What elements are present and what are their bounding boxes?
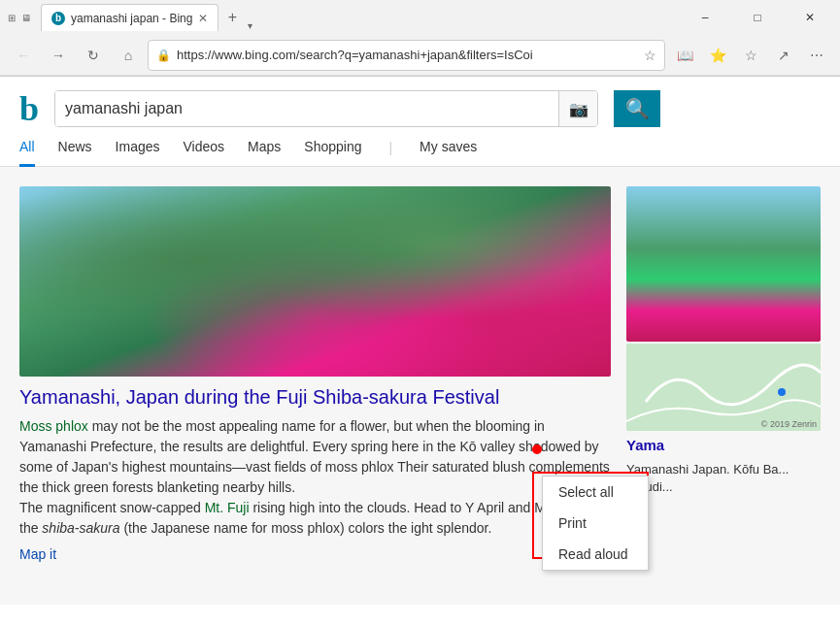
search-button[interactable]: 🔍 [614,90,660,127]
map-it-link[interactable]: Map it [19,546,56,562]
tab-maps[interactable]: Maps [248,129,281,167]
result-text-1: may not be the most appealing name for a… [92,418,476,434]
window-icon-stack: ⊞ [8,13,16,23]
lock-icon: 🔒 [156,49,171,62]
bing-logo: b [19,88,39,129]
result-image [19,186,611,377]
close-button[interactable]: ✕ [788,0,832,35]
tab-favicon [51,12,65,25]
minimize-button[interactable]: – [683,0,727,35]
address-actions: ☆ [644,48,656,63]
window-system-icons: ⊞ 🖥 [8,13,31,23]
result-text-6: ight splendor. [411,520,491,536]
new-tab-button[interactable]: + [218,4,246,31]
tab-my-saves[interactable]: My saves [420,129,477,167]
back-button[interactable]: ← [8,40,39,71]
tab-images[interactable]: Images [116,129,160,167]
tab-shopping[interactable]: Shopping [304,129,361,167]
share-button[interactable]: ↗ [768,40,799,71]
sidebar-map-caption: © 2019 Zenrin [761,419,817,429]
window-controls: – □ ✕ [683,0,832,35]
tab-divider: | [388,140,392,155]
tab-videos[interactable]: Videos [184,129,225,167]
result-text-2: The magnificent snow-capped [19,500,205,515]
nav-bar: ← → ↻ ⌂ 🔒 https://www.bing.com/search?q=… [0,35,840,76]
toolbar-buttons: 📖 ⭐ ☆ ↗ ⋯ [669,40,832,71]
sidebar-image [626,186,821,342]
context-read-aloud[interactable]: Read aloud [543,539,648,570]
camera-icon: 📷 [569,100,588,118]
sidebar-map: © 2019 Zenrin [626,344,821,431]
content-left: Yamanashi, Japan during the Fuji Shiba-s… [19,186,611,585]
active-tab[interactable]: yamanashi japan - Bing ✕ [41,4,218,31]
hub-button[interactable]: ☆ [735,40,766,71]
search-box-wrapper[interactable]: 📷 [54,90,598,127]
moss-phlox-link[interactable]: Moss phlox [19,418,88,434]
tab-close-button[interactable]: ✕ [198,12,208,25]
window-icon-monitor: 🖥 [21,13,31,23]
camera-search-button[interactable]: 📷 [558,91,597,126]
result-text-5: (the Japanese name for moss phlox) color… [123,520,407,536]
favorites-button[interactable]: ⭐ [702,40,733,71]
tab-title: yamanashi japan - Bing [71,12,192,25]
restore-button[interactable]: □ [735,0,780,35]
context-print[interactable]: Print [543,508,648,539]
title-bar: ⊞ 🖥 yamanashi japan - Bing ✕ + ▾ – □ ✕ [0,0,840,35]
context-menu: Select all Print Read aloud [542,476,649,571]
browser-chrome: ⊞ 🖥 yamanashi japan - Bing ✕ + ▾ – □ ✕ ←… [0,0,840,77]
sidebar-text: Yamanashi Japan. Kōfu Ba... includi... [626,461,821,496]
result-text-3: rising high into the clouds. Head to Y [252,500,474,515]
svg-point-1 [778,388,786,396]
tab-all[interactable]: All [19,129,35,167]
context-select-all[interactable]: Select all [543,477,648,508]
sidebar-title[interactable]: Yama [626,437,821,453]
result-image-overlay [19,186,611,377]
tab-dropdown-button[interactable]: ▾ [248,20,252,31]
home-button[interactable]: ⌂ [113,40,144,71]
address-text: https://www.bing.com/search?q=yamanashi+… [177,48,638,62]
bookmark-icon[interactable]: ☆ [644,48,656,63]
svg-rect-0 [626,344,821,431]
content-right: © 2019 Zenrin Yama Yamanashi Japan. Kōfu… [626,186,821,585]
result-text-shiba: shiba-sakura [42,520,119,536]
settings-button[interactable]: ⋯ [801,40,832,71]
forward-button[interactable]: → [43,40,74,71]
mt-fuji-link[interactable]: Mt. Fuji [205,500,250,515]
search-input[interactable] [55,91,558,126]
tab-news[interactable]: News [58,129,92,167]
reading-mode-button[interactable]: 📖 [669,40,700,71]
search-nav-tabs: All News Images Videos Maps Shopping | M… [0,129,840,167]
address-bar[interactable]: 🔒 https://www.bing.com/search?q=yamanash… [148,40,665,71]
result-title[interactable]: Yamanashi, Japan during the Fuji Shiba-s… [19,386,611,409]
sidebar-map-svg [626,344,821,431]
result-body: Moss phlox may not be the most appealing… [19,416,611,539]
search-icon: 🔍 [625,97,650,120]
refresh-button[interactable]: ↻ [78,40,109,71]
bing-header: b 📷 🔍 [0,77,840,129]
tab-bar: yamanashi japan - Bing ✕ + ▾ [41,4,677,31]
main-content: Yamanashi, Japan during the Fuji Shiba-s… [0,167,840,605]
